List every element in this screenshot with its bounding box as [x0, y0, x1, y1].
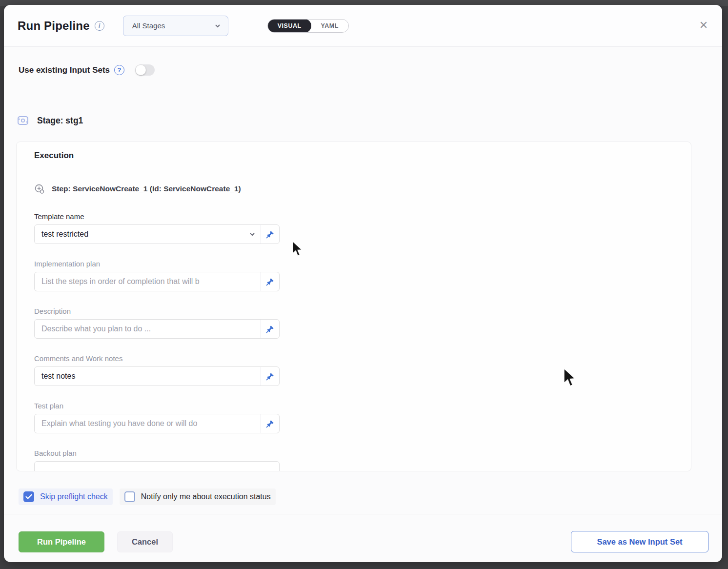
field-test-plan: Test plan Explain what testing you have …	[34, 402, 691, 433]
pin-icon	[266, 420, 274, 428]
stage-label: Stage: stg1	[37, 116, 83, 126]
modal-header: Run Pipeline i All Stages VISUAL YAML ✕	[4, 5, 722, 47]
execution-card: Execution Step: ServiceNowCreate_1 (Id: …	[16, 142, 691, 471]
field-label: Backout plan	[34, 449, 691, 457]
help-icon[interactable]: ?	[114, 65, 124, 75]
field-label: Template name	[34, 212, 691, 221]
checkbox-unchecked-icon[interactable]	[124, 491, 135, 502]
tab-visual[interactable]: VISUAL	[268, 19, 311, 33]
template-name-select[interactable]: test restricted	[34, 224, 280, 244]
step-row: Step: ServiceNowCreate_1 (Id: ServiceNow…	[34, 183, 691, 195]
input-placeholder: Describe what you plan to do ...	[35, 325, 261, 333]
field-backout-plan: Backout plan	[34, 449, 691, 471]
options-row: Skip preflight check Notify only me abou…	[19, 488, 276, 505]
input-placeholder: Explain what testing you have done or wi…	[35, 419, 261, 428]
skip-preflight-checkbox[interactable]: Skip preflight check	[19, 488, 113, 505]
save-as-new-input-set-button[interactable]: Save as New Input Set	[571, 531, 708, 552]
input-placeholder: List the steps in order of completion th…	[35, 277, 261, 286]
pin-button[interactable]	[261, 225, 279, 244]
stage-icon	[17, 114, 29, 127]
checkbox-checked-icon[interactable]	[23, 491, 34, 502]
field-template-name: Template name test restricted	[34, 212, 691, 244]
close-icon[interactable]: ✕	[697, 19, 710, 32]
pin-button[interactable]	[261, 272, 279, 291]
field-implementation-plan: Implementation plan List the steps in or…	[34, 260, 691, 291]
field-description: Description Describe what you plan to do…	[34, 307, 691, 339]
modal-title: Run Pipeline	[18, 19, 90, 33]
input-sets-row: Use existing Input Sets ?	[19, 64, 155, 76]
toggle-knob	[136, 65, 146, 75]
pin-icon	[266, 230, 274, 239]
step-label: Step: ServiceNowCreate_1 (Id: ServiceNow…	[52, 184, 241, 193]
footer-divider	[4, 514, 722, 514]
field-label: Test plan	[34, 402, 691, 410]
pin-button[interactable]	[261, 414, 279, 433]
pin-button[interactable]	[261, 320, 279, 338]
stage-selector-dropdown[interactable]: All Stages	[123, 16, 228, 36]
pin-button[interactable]	[261, 367, 279, 386]
notify-me-label: Notify only me about execution status	[141, 492, 271, 501]
pin-icon	[266, 325, 274, 333]
implementation-plan-input[interactable]: List the steps in order of completion th…	[34, 272, 280, 291]
input-sets-toggle[interactable]	[135, 64, 155, 76]
notify-me-checkbox[interactable]: Notify only me about execution status	[120, 488, 276, 505]
select-value: test restricted	[35, 230, 249, 239]
comments-input[interactable]: test notes	[34, 366, 280, 386]
pin-icon	[266, 278, 274, 286]
description-input[interactable]: Describe what you plan to do ...	[34, 319, 280, 339]
check-icon	[25, 494, 32, 500]
stage-selector-value: All Stages	[132, 21, 214, 30]
chevron-down-icon[interactable]	[249, 231, 256, 238]
run-pipeline-modal: Run Pipeline i All Stages VISUAL YAML ✕ …	[4, 5, 722, 562]
tab-yaml[interactable]: YAML	[311, 19, 348, 33]
input-sets-label: Use existing Input Sets	[19, 65, 110, 75]
input-value: test notes	[35, 372, 261, 381]
visual-yaml-toggle: VISUAL YAML	[267, 19, 349, 33]
field-comments-work-notes: Comments and Work notes test notes	[34, 354, 691, 386]
pin-icon	[266, 372, 274, 381]
info-icon[interactable]: i	[95, 21, 104, 31]
execution-title: Execution	[34, 151, 691, 161]
field-label: Description	[34, 307, 691, 315]
modal-footer: Run Pipeline Cancel Save as New Input Se…	[19, 531, 708, 552]
field-label: Implementation plan	[34, 260, 691, 268]
chevron-down-icon	[214, 22, 221, 29]
cancel-button[interactable]: Cancel	[117, 531, 173, 552]
section-divider	[15, 91, 693, 91]
skip-preflight-label: Skip preflight check	[40, 492, 108, 501]
run-pipeline-button[interactable]: Run Pipeline	[19, 531, 104, 552]
step-create-icon	[34, 183, 45, 194]
stage-row: Stage: stg1	[17, 114, 83, 127]
backout-plan-input[interactable]	[34, 461, 280, 471]
field-label: Comments and Work notes	[34, 354, 691, 363]
test-plan-input[interactable]: Explain what testing you have done or wi…	[34, 414, 280, 433]
